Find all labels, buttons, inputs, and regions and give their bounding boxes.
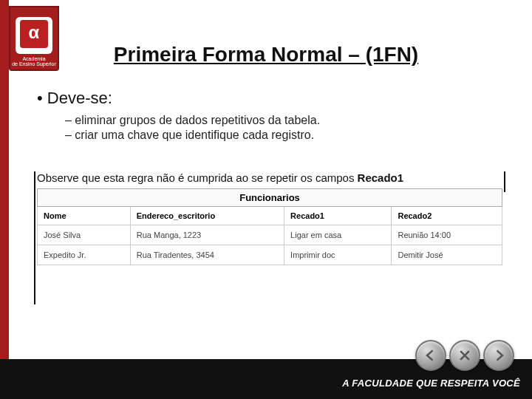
observe-text: Observe que esta regra não é cumprida ao…: [37, 171, 502, 184]
arrow-left-icon: [423, 348, 438, 363]
col-header: Nome: [38, 207, 131, 225]
table-area: Observe que esta regra não é cumprida ao…: [37, 171, 502, 265]
table-caption: Funcionarios: [38, 189, 502, 207]
sub-bullet-2: – criar uma chave que identifique cada r…: [65, 129, 502, 142]
arrow-right-icon: [491, 348, 506, 363]
data-table: Funcionarios Nome Endereco_escritorio Re…: [37, 188, 502, 265]
sub-bullet-1: – eliminar grupos de dados repetitivos d…: [65, 114, 502, 127]
divider-left: [34, 171, 35, 304]
divider-right: [504, 171, 505, 192]
close-icon: [457, 348, 472, 363]
col-header: Recado1: [284, 207, 392, 225]
page-title: Primeira Forma Normal – (1FN): [0, 43, 532, 66]
content-area: • Deve-se: – eliminar grupos de dados re…: [37, 89, 502, 143]
table-row: José Silva Rua Manga, 1223 Ligar em casa…: [38, 225, 502, 245]
nav-prev-button[interactable]: [415, 340, 446, 371]
footer-text: A FACULDADE QUE RESPEITA VOCÊ: [342, 378, 520, 389]
table-header-row: Nome Endereco_escritorio Recado1 Recado2: [38, 207, 502, 225]
col-header: Endereco_escritorio: [130, 207, 284, 225]
col-header: Recado2: [392, 207, 502, 225]
table-row: Expedito Jr. Rua Tiradentes, 3454 Imprim…: [38, 245, 502, 265]
bullet-main: • Deve-se:: [37, 89, 502, 108]
nav-next-button[interactable]: [483, 340, 514, 371]
nav-buttons: [415, 340, 514, 371]
nav-close-button[interactable]: [449, 340, 480, 371]
